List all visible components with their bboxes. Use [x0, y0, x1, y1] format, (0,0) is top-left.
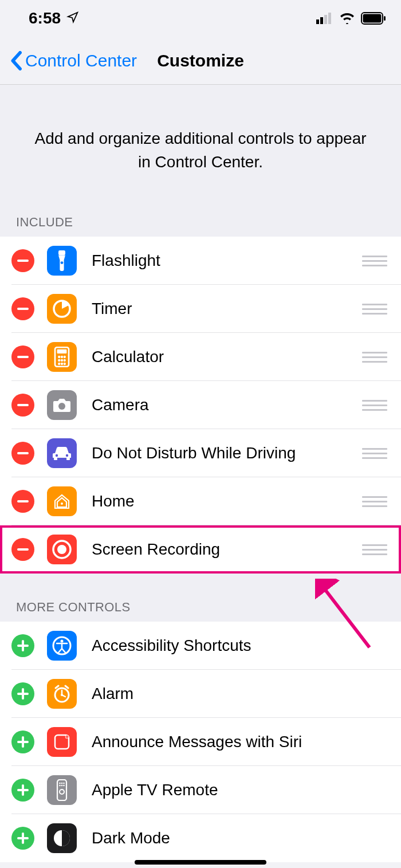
list-item: Apple TV Remote [0, 766, 401, 814]
svg-point-28 [66, 454, 68, 457]
svg-rect-59 [17, 837, 29, 839]
svg-rect-14 [57, 349, 67, 354]
svg-point-39 [61, 640, 64, 643]
flashlight-icon [47, 246, 77, 276]
back-label: Control Center [25, 51, 137, 70]
remove-button[interactable] [11, 297, 34, 320]
list-item: Announce Messages with Siri [0, 718, 401, 766]
svg-point-53 [63, 783, 65, 784]
svg-rect-30 [66, 458, 70, 460]
wifi-icon [339, 13, 355, 24]
svg-rect-41 [17, 693, 29, 695]
remove-button[interactable] [11, 538, 34, 561]
remove-button[interactable] [11, 442, 34, 465]
battery-icon [361, 12, 386, 25]
section-header-more: MORE CONTROLS [0, 574, 401, 622]
add-button[interactable] [11, 682, 34, 705]
svg-point-21 [58, 363, 60, 365]
svg-rect-5 [363, 14, 382, 23]
svg-point-19 [61, 359, 63, 362]
svg-rect-3 [328, 13, 331, 24]
drag-handle-icon[interactable] [362, 352, 387, 363]
status-time: 6:58 [29, 9, 61, 28]
svg-point-52 [61, 783, 63, 784]
svg-rect-10 [17, 308, 29, 310]
nav-bar: Control Center Customize [0, 37, 401, 85]
drag-handle-icon[interactable] [362, 304, 387, 315]
home-indicator [135, 860, 266, 865]
list-item: Screen Recording [0, 525, 401, 574]
add-button[interactable] [11, 634, 34, 657]
svg-rect-31 [17, 500, 29, 502]
list-item: Calculator [0, 333, 401, 381]
row-label: Flashlight [92, 252, 362, 270]
svg-rect-49 [17, 789, 29, 791]
calculator-icon [47, 342, 77, 372]
row-label: Home [92, 492, 362, 510]
svg-rect-33 [17, 548, 29, 551]
svg-rect-12 [17, 356, 29, 358]
svg-point-23 [64, 363, 66, 365]
remote-icon [47, 775, 77, 805]
svg-rect-45 [17, 741, 29, 743]
row-label: Calculator [92, 348, 362, 366]
svg-point-27 [56, 454, 58, 457]
svg-rect-26 [17, 452, 29, 454]
add-button[interactable] [11, 730, 34, 753]
add-button[interactable] [11, 827, 34, 850]
page-title: Customize [157, 51, 244, 70]
svg-point-9 [61, 261, 64, 264]
list-item: Camera [0, 381, 401, 429]
svg-rect-37 [17, 645, 29, 647]
section-header-include: INCLUDE [0, 209, 401, 237]
row-label: Announce Messages with Siri [92, 733, 401, 751]
remove-button[interactable] [11, 394, 34, 417]
more-controls-list: Accessibility ShortcutsAlarmAnnounce Mes… [0, 622, 401, 862]
svg-rect-8 [58, 250, 65, 255]
svg-point-55 [61, 785, 63, 787]
camera-icon [47, 390, 77, 420]
record-icon [47, 535, 77, 564]
svg-point-16 [61, 356, 63, 358]
remove-button[interactable] [11, 490, 34, 513]
drag-handle-icon[interactable] [362, 256, 387, 266]
svg-point-15 [58, 356, 60, 358]
svg-rect-24 [17, 404, 29, 406]
list-item: Dark Mode [0, 814, 401, 862]
svg-point-17 [64, 356, 66, 358]
list-item: Accessibility Shortcuts [0, 622, 401, 670]
include-list: FlashlightTimerCalculatorCameraDo Not Di… [0, 237, 401, 574]
svg-rect-0 [316, 19, 319, 24]
svg-point-54 [59, 785, 61, 787]
list-item: Home [0, 477, 401, 525]
list-item: Alarm [0, 670, 401, 718]
alarm-icon [47, 679, 77, 709]
row-label: Dark Mode [92, 829, 401, 847]
row-label: Timer [92, 300, 362, 318]
timer-icon [47, 294, 77, 324]
list-item: Timer [0, 285, 401, 333]
svg-rect-6 [384, 16, 386, 21]
header-description: Add and organize additional controls to … [0, 85, 401, 209]
svg-point-35 [57, 545, 66, 554]
row-label: Accessibility Shortcuts [92, 637, 401, 655]
remove-button[interactable] [11, 345, 34, 368]
svg-point-57 [60, 790, 64, 794]
car-icon [47, 438, 77, 468]
svg-point-56 [63, 785, 65, 787]
svg-point-22 [61, 363, 63, 365]
svg-point-51 [59, 783, 61, 784]
drag-handle-icon[interactable] [362, 496, 387, 507]
drag-handle-icon[interactable] [362, 400, 387, 411]
signal-icon [316, 13, 333, 24]
back-button[interactable]: Control Center [10, 51, 137, 70]
drag-handle-icon[interactable] [362, 544, 387, 555]
svg-point-18 [58, 359, 60, 362]
drag-handle-icon[interactable] [362, 448, 387, 459]
remove-button[interactable] [11, 249, 34, 272]
add-button[interactable] [11, 779, 34, 802]
list-item: Flashlight [0, 237, 401, 285]
home-icon [47, 486, 77, 516]
accessibility-icon [47, 631, 77, 661]
list-item: Do Not Disturb While Driving [0, 429, 401, 477]
